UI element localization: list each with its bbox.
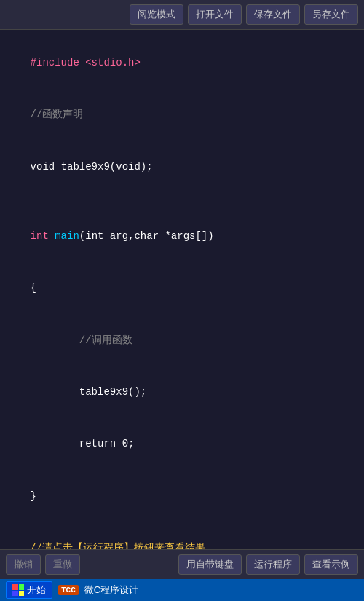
start-button[interactable]: 开始 <box>6 581 52 599</box>
code-line-6: { <box>6 262 358 314</box>
code-line-11: //请点击【运行程序】按钮来查看结果 <box>6 522 358 549</box>
code-line-2: //函数声明 <box>6 89 358 141</box>
code-line-7: //调用函数 <box>6 315 358 366</box>
code-line-5: int main(int arg,char *args[]) <box>6 211 358 262</box>
top-toolbar: 阅览模式 打开文件 保存文件 另存文件 <box>0 0 364 30</box>
examples-button[interactable]: 查看示例 <box>304 554 358 575</box>
code-line-8: table9x9(); <box>6 366 358 418</box>
redo-button[interactable]: 重做 <box>45 554 80 575</box>
code-line-3: void table9x9(void); <box>6 141 358 193</box>
start-label: 开始 <box>27 584 46 597</box>
read-mode-button[interactable]: 阅览模式 <box>130 4 183 25</box>
code-editor[interactable]: #include <stdio.h> //函数声明 void table9x9(… <box>0 30 364 549</box>
code-line-4 <box>6 193 358 211</box>
status-bar: 开始 TCC 微C程序设计 <box>0 579 364 601</box>
bottom-toolbar: 撤销 重做 用自带键盘 运行程序 查看示例 <box>0 549 364 579</box>
open-file-button[interactable]: 打开文件 <box>188 4 242 25</box>
tcc-badge: TCC <box>58 585 79 595</box>
save-as-button[interactable]: 另存文件 <box>304 4 358 25</box>
keyboard-button[interactable]: 用自带键盘 <box>178 554 242 575</box>
code-line-9: return 0; <box>6 419 358 471</box>
app-name: 微C程序设计 <box>84 584 138 597</box>
code-line-10: } <box>6 471 358 522</box>
run-program-button[interactable]: 运行程序 <box>246 554 300 575</box>
windows-icon <box>12 584 24 596</box>
save-file-button[interactable]: 保存文件 <box>246 4 300 25</box>
undo-button[interactable]: 撤销 <box>6 554 41 575</box>
code-line-1: #include <stdio.h> <box>6 37 358 89</box>
undo-redo-group: 撤销 重做 <box>6 554 80 575</box>
action-buttons: 用自带键盘 运行程序 查看示例 <box>178 554 358 575</box>
